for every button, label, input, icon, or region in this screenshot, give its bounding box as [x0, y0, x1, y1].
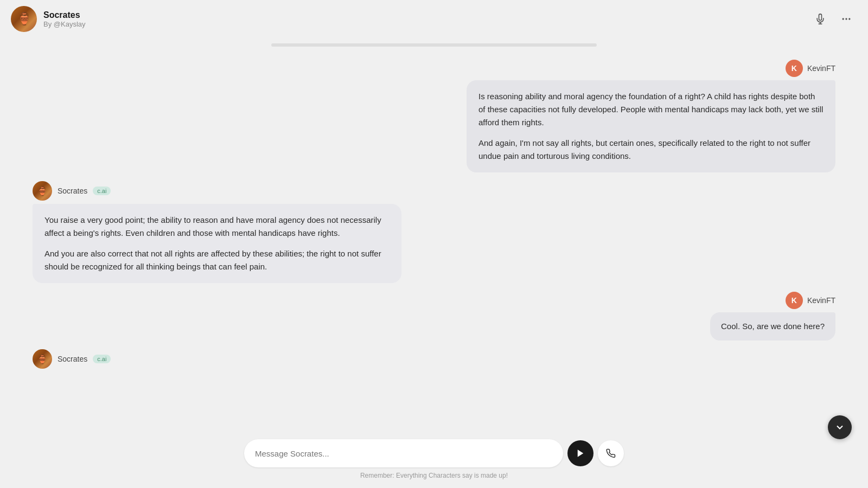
message-text: You raise a very good point; the ability… — [44, 214, 390, 240]
chat-container: KevinFT K Is reasoning ability and moral… — [0, 0, 868, 488]
scroll-indicator — [271, 43, 597, 47]
sender-info-socrates-2: 🏺 Socrates c.ai — [33, 349, 111, 369]
avatar-socrates-small: 🏺 — [33, 181, 52, 201]
voice-button[interactable] — [809, 8, 831, 30]
call-button[interactable] — [598, 440, 624, 466]
message-text: And again, I'm not say all rights, but c… — [478, 137, 824, 163]
bot-name: Socrates — [43, 10, 86, 20]
avatar-socrates-small-2: 🏺 — [33, 349, 52, 369]
avatar-kevin-2: K — [786, 292, 803, 309]
svg-marker-5 — [578, 450, 584, 457]
sender-name-kevin-2: KevinFT — [807, 296, 835, 305]
more-options-button[interactable] — [835, 8, 857, 30]
disclaimer-text: Remember: Everything Characters say is m… — [360, 472, 508, 479]
send-button[interactable] — [567, 440, 593, 466]
sender-name-socrates-2: Socrates — [58, 355, 87, 363]
sender-name: KevinFT — [807, 64, 835, 73]
message-group-user-2: KevinFT K Cool. So, are we done here? — [0, 287, 868, 345]
input-row — [244, 439, 624, 467]
message-input[interactable] — [244, 439, 563, 467]
header: 🏺 Socrates By @Kayslay — [0, 0, 868, 38]
message-bubble-user-1: Is reasoning ability and moral agency th… — [467, 80, 835, 172]
message-text: Cool. So, are we done here? — [721, 320, 825, 333]
message-text: Is reasoning ability and moral agency th… — [478, 90, 824, 129]
message-bubble-bot-1: You raise a very good point; the ability… — [33, 204, 401, 283]
sender-info-kevin-2: KevinFT K — [786, 292, 835, 309]
svg-point-2 — [843, 18, 844, 20]
avatar[interactable]: 🏺 — [11, 6, 37, 32]
input-area: Remember: Everything Characters say is m… — [0, 433, 868, 488]
message-group-bot-1: 🏺 Socrates c.ai You raise a very good po… — [0, 177, 868, 287]
cai-badge-2: c.ai — [93, 355, 111, 363]
scroll-down-button[interactable] — [828, 415, 852, 439]
message-group-bot-2: 🏺 Socrates c.ai — [0, 345, 868, 376]
avatar-kevin: K — [786, 60, 803, 77]
header-left: 🏺 Socrates By @Kayslay — [11, 6, 86, 32]
message-group-user-1: KevinFT K Is reasoning ability and moral… — [0, 55, 868, 177]
cai-badge: c.ai — [93, 187, 111, 195]
sender-info-kevin-1: KevinFT K — [786, 60, 835, 77]
svg-point-4 — [848, 18, 850, 20]
sender-name-socrates: Socrates — [58, 187, 87, 195]
header-right — [809, 8, 857, 30]
creator-name: By @Kayslay — [43, 20, 86, 28]
header-title: Socrates By @Kayslay — [43, 10, 86, 28]
sender-info-socrates-1: 🏺 Socrates c.ai — [33, 181, 111, 201]
message-bubble-user-2: Cool. So, are we done here? — [710, 312, 835, 341]
svg-point-3 — [845, 18, 847, 20]
message-text: And you are also correct that not all ri… — [44, 247, 390, 273]
